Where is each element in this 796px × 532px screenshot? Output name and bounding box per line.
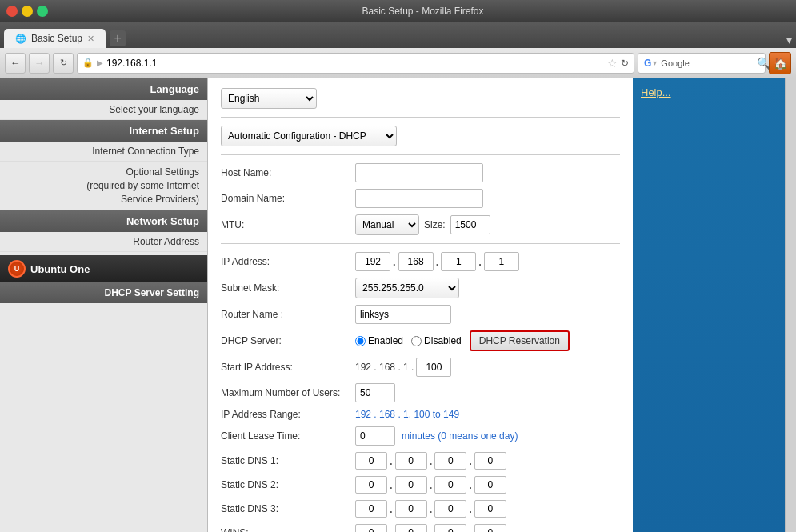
wins-octet4[interactable]	[474, 524, 506, 532]
ip-octet3[interactable]	[441, 252, 476, 271]
start-ip-last-input[interactable]	[416, 358, 451, 377]
help-panel: Help...	[633, 78, 785, 532]
dns3-octet1[interactable]	[355, 500, 387, 518]
new-tab-button[interactable]: +	[110, 30, 126, 46]
ip-octet2[interactable]	[398, 252, 434, 271]
ubuntu-one-button[interactable]: U Ubuntu One	[0, 255, 207, 282]
dns3-dot2: .	[430, 503, 433, 515]
sidebar-item-optional[interactable]: Optional Settings (required by some Inte…	[0, 162, 207, 210]
mtu-mode-dropdown[interactable]: Manual	[355, 214, 419, 235]
dns1-inputs: . . .	[355, 452, 506, 470]
dns1-octet4[interactable]	[474, 452, 506, 470]
wins-octet1[interactable]	[355, 524, 387, 532]
dns1-octet1[interactable]	[355, 452, 387, 470]
optional-line3: Service Providers)	[8, 193, 199, 206]
router-name-input[interactable]	[355, 305, 451, 324]
ubuntu-one-label: Ubuntu One	[30, 263, 90, 275]
dns2-dot2: .	[430, 479, 433, 491]
dhcp-reservation-button[interactable]: DHCP Reservation	[470, 330, 570, 351]
forward-button[interactable]: →	[29, 53, 50, 74]
dns1-octet3[interactable]	[434, 452, 466, 470]
dns3-octet3[interactable]	[434, 500, 466, 518]
host-name-input[interactable]	[355, 163, 483, 182]
dns2-octet4[interactable]	[474, 476, 506, 494]
dns2-dot3: .	[469, 479, 472, 491]
wins-dot1: .	[390, 527, 393, 533]
subnet-dropdown[interactable]: 255.255.255.0	[355, 278, 459, 298]
sidebar-item-internet[interactable]: Internet Connection Type	[0, 142, 207, 162]
page-icon: 🔒	[82, 58, 94, 68]
wins-row: WINS: . . .	[221, 524, 620, 532]
dns1-row: Static DNS 1: . . .	[221, 452, 620, 470]
sidebar-item-language[interactable]: Select your language	[0, 100, 207, 120]
language-dropdown[interactable]: English	[221, 88, 317, 109]
dhcp-radio-group: Enabled Disabled DHCP Reservation	[355, 330, 570, 351]
sidebar-network-header: Network Setup	[0, 210, 207, 232]
wins-inputs: . . .	[355, 524, 506, 532]
scrollbar-track[interactable]	[785, 78, 796, 532]
navbar: ← → ↻ 🔒 ▶ ☆ ↻ G ▾ Google 🔍 🏠	[0, 48, 796, 78]
dns2-label: Static DNS 2:	[221, 479, 349, 490]
max-users-input[interactable]	[355, 383, 395, 402]
start-ip-row: Start IP Address: 192 . 168 . 1 .	[221, 358, 620, 377]
max-users-row: Maximum Number of Users:	[221, 383, 620, 402]
wins-octet3[interactable]	[434, 524, 466, 532]
close-button[interactable]	[6, 6, 18, 17]
dns2-octet2[interactable]	[395, 476, 427, 494]
domain-name-input[interactable]	[355, 189, 483, 208]
start-ip-inputs: 192 . 168 . 1 .	[355, 358, 451, 377]
dhcp-disabled-text: Disabled	[424, 335, 462, 346]
search-provider-label: Google	[661, 58, 689, 68]
tab-close-icon[interactable]: ✕	[87, 34, 94, 44]
dhcp-enabled-radio[interactable]	[355, 336, 366, 346]
ip-octet1[interactable]	[355, 252, 390, 271]
dns3-octet4[interactable]	[474, 500, 506, 518]
subnet-label: Subnet Mask:	[221, 282, 349, 294]
sidebar-dhcp-header: DHCP Server Setting	[0, 282, 207, 303]
lease-time-input[interactable]	[355, 426, 395, 446]
ip-range-row: IP Address Range: 192 . 168 . 1. 100 to …	[221, 409, 620, 420]
dns2-octet3[interactable]	[434, 476, 466, 494]
mtu-size-input[interactable]	[450, 215, 490, 234]
host-name-label: Host Name:	[221, 167, 349, 178]
dns1-label: Static DNS 1:	[221, 455, 349, 466]
dhcp-enabled-label[interactable]: Enabled	[355, 335, 403, 346]
search-provider[interactable]: G ▾	[642, 58, 659, 69]
internet-type-dropdown[interactable]: Automatic Configuration - DHCP	[221, 126, 397, 146]
sidebar-item-router[interactable]: Router Address	[0, 232, 207, 252]
dhcp-disabled-label[interactable]: Disabled	[411, 335, 462, 346]
dns1-octet2[interactable]	[395, 452, 427, 470]
wins-octet2[interactable]	[395, 524, 427, 532]
home-button[interactable]: 🏠	[769, 52, 791, 74]
tab-label: Basic Setup	[31, 33, 82, 44]
address-input[interactable]	[106, 58, 604, 69]
active-tab[interactable]: 🌐 Basic Setup ✕	[4, 29, 106, 48]
search-input[interactable]	[691, 58, 755, 69]
reload-icon[interactable]: ↻	[621, 58, 629, 69]
ip-address-inputs: . . .	[355, 252, 519, 271]
dhcp-enabled-text: Enabled	[368, 335, 403, 346]
help-link[interactable]: Help...	[641, 86, 671, 98]
minimize-button[interactable]	[22, 6, 33, 17]
mtu-label: MTU:	[221, 219, 349, 230]
lease-time-label: Client Lease Time:	[221, 430, 349, 442]
back-button[interactable]: ←	[5, 53, 26, 74]
mtu-controls: Manual Size:	[355, 214, 490, 235]
maximize-button[interactable]	[37, 6, 48, 17]
bookmark-icon[interactable]: ☆	[607, 57, 618, 70]
ip-dot2: .	[436, 256, 439, 268]
wins-label: WINS:	[221, 527, 349, 532]
wins-dot2: .	[430, 527, 433, 533]
sidebar: Language Select your language Internet S…	[0, 78, 208, 532]
window-title: Basic Setup - Mozilla Firefox	[56, 6, 790, 17]
tab-favicon: 🌐	[15, 34, 26, 44]
dhcp-disabled-radio[interactable]	[411, 336, 422, 346]
ip-address-label: IP Address:	[221, 256, 349, 267]
refresh-button[interactable]: ↻	[53, 53, 74, 74]
dns2-octet1[interactable]	[355, 476, 387, 494]
section-divider-2	[221, 154, 620, 155]
domain-name-label: Domain Name:	[221, 193, 349, 204]
ip-octet4[interactable]	[484, 252, 519, 271]
dns1-dot1: .	[390, 455, 393, 467]
dns3-octet2[interactable]	[395, 500, 427, 518]
